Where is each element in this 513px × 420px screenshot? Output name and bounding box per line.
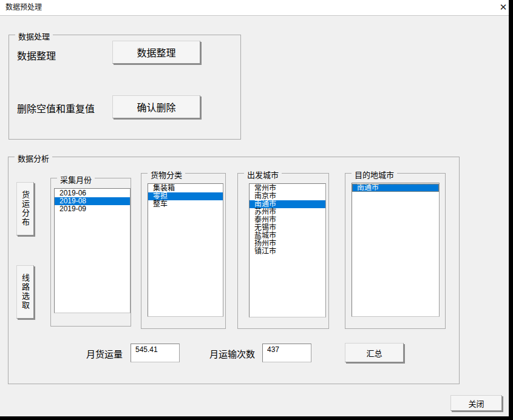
window-right-border bbox=[509, 0, 513, 420]
summary-button[interactable]: 汇总 bbox=[345, 343, 404, 362]
dialog-data-preprocessing: { "window": { "title": "数据预处理", "close_g… bbox=[0, 0, 513, 420]
group-data-processing-caption: 数据处理 bbox=[15, 30, 53, 42]
delete-null-duplicate-label: 删除空值和重复值 bbox=[17, 101, 95, 115]
confirm-delete-button[interactable]: 确认删除 bbox=[112, 95, 200, 118]
organize-button[interactable]: 数据整理 bbox=[112, 41, 200, 64]
origin-city-listbox[interactable]: 常州市南京市南通市苏州市泰州市无锡市盐城市扬州市镇江市 bbox=[249, 183, 326, 317]
frame-destination-city-caption: 目的地城市 bbox=[352, 169, 397, 180]
monthly-trips-label: 月运输次数 bbox=[209, 347, 255, 360]
frame-collection-month: 采集月份 2019-062019-082019-09 bbox=[50, 178, 131, 327]
list-item[interactable]: 镇江市 bbox=[250, 248, 325, 256]
frame-cargo-category: 货物分类 集装箱零担整车 bbox=[141, 173, 226, 329]
frame-origin-city: 出发城市 常州市南京市南通市苏州市泰州市无锡市盐城市扬州市镇江市 bbox=[237, 173, 329, 329]
list-item[interactable]: 2019-09 bbox=[55, 205, 130, 213]
monthly-trips-input[interactable] bbox=[262, 344, 311, 362]
cargo-category-listbox[interactable]: 集装箱零担整车 bbox=[148, 183, 223, 317]
window-bottom-border bbox=[0, 416, 513, 420]
frame-cargo-category-caption: 货物分类 bbox=[148, 169, 185, 180]
collection-month-listbox[interactable]: 2019-062019-082019-09 bbox=[54, 188, 131, 313]
close-button[interactable]: 关闭 bbox=[450, 395, 502, 411]
window-title: 数据预处理 bbox=[5, 0, 42, 15]
freight-distribution-button[interactable]: 货运分布 bbox=[16, 182, 34, 235]
monthly-volume-label: 月货运量 bbox=[86, 347, 123, 360]
title-bar: 数据预处理 ✕ bbox=[0, 0, 513, 15]
list-item[interactable]: 南通市 bbox=[352, 184, 439, 192]
organize-label: 数据整理 bbox=[17, 48, 56, 63]
list-item[interactable]: 整车 bbox=[148, 200, 223, 208]
titlebar-divider bbox=[0, 15, 513, 16]
route-select-button[interactable]: 线路选取 bbox=[16, 265, 34, 319]
frame-origin-city-caption: 出发城市 bbox=[244, 169, 282, 180]
frame-collection-month-caption: 采集月份 bbox=[57, 174, 95, 185]
frame-destination-city: 目的地城市 南通市 bbox=[345, 173, 446, 329]
monthly-volume-input[interactable] bbox=[131, 344, 180, 362]
destination-city-listbox[interactable]: 南通市 bbox=[352, 183, 440, 317]
group-data-analysis-caption: 数据分析 bbox=[15, 152, 52, 164]
